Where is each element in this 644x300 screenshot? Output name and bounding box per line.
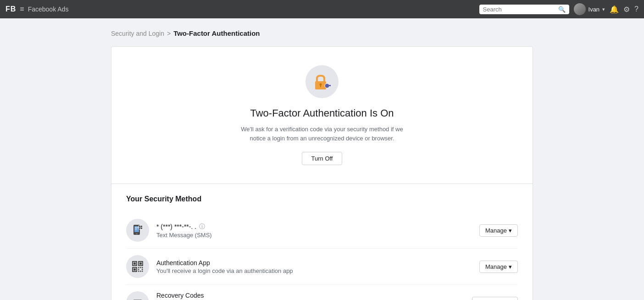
sms-icon: [126, 219, 149, 242]
svg-rect-16: [139, 228, 140, 229]
sms-manage-label: Manage: [485, 227, 507, 234]
manage-chevron-icon: ▾: [509, 227, 512, 234]
sms-manage-button[interactable]: Manage ▾: [479, 224, 518, 237]
svg-rect-21: [133, 262, 136, 265]
svg-rect-33: [138, 271, 139, 272]
show-codes-button[interactable]: Show Codes: [472, 297, 518, 300]
security-method-section: Your Security Method: [111, 184, 533, 300]
main-card: Two-Factor Authentication Is On We'll as…: [111, 46, 533, 300]
auth-app-secondary: You'll receive a login code via an authe…: [156, 267, 479, 274]
svg-rect-10: [135, 227, 139, 228]
svg-rect-24: [139, 262, 142, 265]
svg-rect-35: [142, 271, 143, 272]
user-area[interactable]: Ivan ▾: [574, 3, 605, 15]
tfa-status-section: Two-Factor Authentication Is On We'll as…: [111, 47, 533, 184]
turn-off-button[interactable]: Turn Off: [302, 152, 343, 165]
hamburger-icon[interactable]: ≡: [20, 5, 24, 13]
svg-point-5: [320, 83, 322, 86]
recovery-action: Show Codes: [472, 297, 518, 300]
search-input[interactable]: [483, 6, 556, 13]
security-method-title: Your Security Method: [126, 195, 518, 203]
svg-rect-17: [141, 228, 142, 229]
svg-rect-31: [138, 269, 139, 270]
svg-rect-32: [142, 269, 143, 270]
svg-rect-28: [138, 267, 139, 268]
breadcrumb-parent-link[interactable]: Security and Login: [111, 30, 164, 37]
auth-app-icon: [126, 255, 149, 278]
sms-info-icon[interactable]: ⓘ: [199, 222, 205, 231]
tfa-description: We'll ask for a verification code via yo…: [239, 125, 405, 143]
svg-rect-34: [140, 271, 141, 272]
auth-app-action: Manage ▾: [479, 261, 518, 273]
avatar: [574, 3, 586, 15]
help-icon[interactable]: ?: [634, 5, 638, 13]
breadcrumb: Security and Login > Two-Factor Authenti…: [111, 29, 533, 37]
auth-app-method-info: Authentication App You'll receive a logi…: [156, 259, 479, 274]
avatar-image: [574, 3, 586, 15]
auth-app-primary: Authentication App: [156, 259, 479, 267]
svg-rect-15: [141, 226, 142, 227]
svg-rect-30: [142, 267, 143, 268]
svg-rect-2: [329, 85, 331, 86]
breadcrumb-current: Two-Factor Authentication: [173, 29, 260, 37]
recovery-primary: Recovery Codes: [156, 292, 472, 299]
svg-rect-18: [140, 227, 141, 228]
page-content: Security and Login > Two-Factor Authenti…: [102, 18, 542, 300]
recovery-method-info: Recovery Codes Use recovery codes to log…: [156, 292, 472, 300]
sms-secondary: Text Message (SMS): [156, 232, 479, 239]
svg-rect-11: [135, 228, 138, 229]
chevron-down-icon: ▾: [602, 6, 605, 12]
sms-primary: * (***) ***-**-. . ⓘ: [156, 222, 479, 231]
sms-method-info: * (***) ***-**-. . ⓘ Text Message (SMS): [156, 222, 479, 239]
svg-rect-6: [320, 85, 321, 87]
recovery-icon: [126, 291, 149, 300]
lock-key-icon: [313, 74, 331, 89]
svg-rect-9: [136, 233, 138, 234]
tfa-title: Two-Factor Authentication Is On: [121, 107, 523, 119]
search-icon: 🔍: [558, 6, 566, 13]
method-item-auth-app: Authentication App You'll receive a logi…: [126, 249, 518, 285]
search-bar[interactable]: 🔍: [479, 5, 569, 14]
svg-rect-29: [140, 267, 141, 268]
top-navigation: FB ≡ Facebook Ads 🔍 Ivan ▾ 🔔 ⚙ ?: [0, 0, 644, 18]
svg-rect-8: [134, 226, 139, 232]
method-item-recovery: Recovery Codes Use recovery codes to log…: [126, 285, 518, 300]
auth-app-manage-label: Manage: [485, 263, 507, 270]
gear-icon[interactable]: ⚙: [623, 5, 630, 14]
svg-point-1: [325, 83, 329, 88]
fb-logo: FB: [6, 5, 16, 13]
auth-app-name: Authentication App: [156, 259, 210, 267]
app-name: Facebook Ads: [28, 6, 69, 13]
method-item-sms: * (***) ***-**-. . ⓘ Text Message (SMS) …: [126, 212, 518, 249]
bell-icon[interactable]: 🔔: [610, 5, 619, 14]
sms-action: Manage ▾: [479, 224, 518, 237]
auth-manage-chevron-icon: ▾: [509, 263, 512, 270]
recovery-name: Recovery Codes: [156, 292, 204, 299]
breadcrumb-separator: >: [167, 30, 171, 37]
nav-right: 🔍 Ivan ▾ 🔔 ⚙ ?: [479, 3, 638, 15]
username-label: Ivan: [588, 6, 600, 13]
sms-number: * (***) ***-**-. .: [156, 223, 196, 230]
nav-left: FB ≡ Facebook Ads: [6, 5, 479, 13]
tfa-status-icon: [305, 65, 339, 98]
svg-rect-27: [133, 268, 136, 271]
auth-app-manage-button[interactable]: Manage ▾: [479, 261, 518, 273]
svg-rect-12: [135, 229, 137, 230]
